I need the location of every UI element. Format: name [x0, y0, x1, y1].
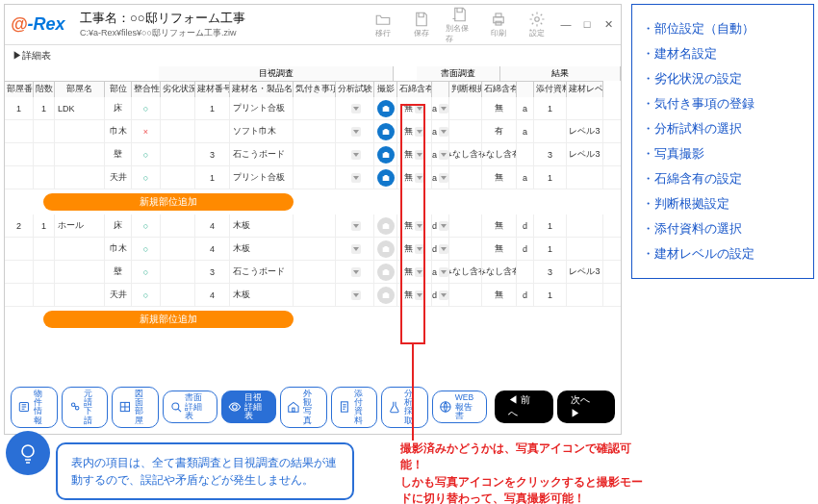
minimize-button[interactable]: —	[559, 18, 573, 31]
cell-analysis[interactable]	[336, 214, 374, 237]
cell-asb2[interactable]: みなし含有	[482, 143, 517, 165]
cell-doc[interactable]: 1	[534, 97, 567, 119]
cell-part[interactable]: 天井	[105, 166, 132, 189]
cell-room-no[interactable]: 2	[5, 214, 34, 237]
chevron-down-icon[interactable]	[351, 221, 361, 231]
cell-room-no[interactable]	[5, 261, 34, 283]
cell-doc[interactable]: 3	[534, 261, 567, 283]
chevron-down-icon[interactable]	[351, 244, 361, 254]
cell-asb2[interactable]: 無	[482, 238, 517, 260]
cell-doc[interactable]: 1	[534, 166, 567, 189]
cell-level[interactable]	[567, 166, 603, 189]
cell-doc[interactable]: 1	[534, 284, 567, 306]
cell-code1[interactable]: d	[432, 284, 449, 306]
cell-bno[interactable]: 3	[195, 143, 230, 165]
cell-note[interactable]	[294, 238, 336, 260]
chevron-down-icon[interactable]	[415, 127, 424, 137]
cell-room-no[interactable]	[5, 238, 34, 260]
chevron-down-icon[interactable]	[439, 221, 448, 231]
cell-photo[interactable]	[374, 261, 397, 283]
cell-asb1[interactable]: 無	[397, 238, 432, 260]
cell-asb2[interactable]: 無	[482, 166, 517, 189]
cell-code1[interactable]: d	[432, 238, 449, 260]
cell-photo[interactable]	[374, 284, 397, 306]
save-icon[interactable]: 保存	[407, 11, 436, 38]
cell-code2[interactable]: a	[517, 166, 534, 189]
nav-prev-button[interactable]: ◀ 前へ	[495, 391, 552, 423]
tab-gaikan[interactable]: 外観写真	[280, 387, 327, 428]
nav-next-button[interactable]: 次へ ▶	[557, 391, 615, 423]
cell-bname[interactable]: 木板	[230, 214, 294, 237]
print-icon[interactable]: 印刷	[484, 11, 513, 38]
camera-icon[interactable]	[377, 146, 395, 164]
tab-tenpu[interactable]: 添付資料	[331, 387, 378, 428]
cell-floor[interactable]	[34, 120, 55, 142]
cell-floor[interactable]	[34, 143, 55, 165]
cell-part[interactable]: 巾木	[105, 238, 132, 260]
tab-web[interactable]: WEB報告書	[432, 391, 487, 423]
cell-doc[interactable]: 1	[534, 238, 567, 260]
tab-shomen[interactable]: 書面詳細表	[163, 391, 217, 423]
cell-level[interactable]	[567, 238, 603, 260]
cell-photo[interactable]	[374, 97, 397, 119]
chevron-down-icon[interactable]	[439, 150, 448, 160]
cell-room-no[interactable]	[5, 120, 34, 142]
chevron-down-icon[interactable]	[351, 173, 361, 183]
cell-room-no[interactable]	[5, 143, 34, 165]
cell-room-no[interactable]: 1	[5, 97, 34, 119]
cell-photo[interactable]	[374, 214, 397, 237]
cell-note[interactable]	[294, 261, 336, 283]
cell-floor[interactable]	[34, 166, 55, 189]
cell-asb1[interactable]: 無	[397, 214, 432, 237]
chevron-down-icon[interactable]	[415, 150, 424, 160]
saveas-icon[interactable]: 別名保存	[446, 6, 474, 44]
cell-level[interactable]	[567, 284, 603, 306]
cell-doc[interactable]	[534, 120, 567, 142]
cell-doc[interactable]: 3	[534, 143, 567, 165]
cell-basis[interactable]	[449, 284, 482, 306]
camera-icon[interactable]	[377, 169, 395, 187]
tab-meshi[interactable]: 目視詳細表	[221, 391, 276, 423]
cell-bname[interactable]: 木板	[230, 238, 294, 260]
cell-degrade[interactable]	[161, 166, 195, 189]
cell-basis[interactable]	[449, 120, 482, 142]
cell-degrade[interactable]	[161, 97, 195, 119]
cell-asb2[interactable]: 有	[482, 120, 517, 142]
cell-photo[interactable]	[374, 120, 397, 142]
cell-bname[interactable]: 石こうボード	[230, 143, 294, 165]
cell-note[interactable]	[294, 284, 336, 306]
cell-level[interactable]	[567, 97, 603, 119]
cell-degrade[interactable]	[161, 284, 195, 306]
add-part-button[interactable]: 新規部位追加	[43, 193, 294, 211]
cell-room-no[interactable]	[5, 284, 34, 306]
cell-code1[interactable]: a	[432, 166, 449, 189]
chevron-down-icon[interactable]	[351, 104, 361, 113]
settings-icon[interactable]: 設定	[523, 11, 551, 38]
cell-asb1[interactable]: 無	[397, 97, 432, 119]
cell-basis[interactable]	[449, 97, 482, 119]
cell-note[interactable]	[294, 143, 336, 165]
chevron-down-icon[interactable]	[415, 267, 424, 277]
cell-bno[interactable]: 4	[195, 214, 230, 237]
cell-code1[interactable]: a	[432, 120, 449, 142]
chevron-down-icon[interactable]	[439, 244, 448, 254]
cell-room-name[interactable]: LDK	[55, 97, 105, 119]
cell-code2[interactable]: a	[517, 97, 534, 119]
chevron-down-icon[interactable]	[439, 173, 448, 183]
cell-basis[interactable]: みなし含有	[449, 261, 482, 283]
camera-icon[interactable]	[377, 123, 395, 140]
cell-floor[interactable]	[34, 238, 55, 260]
cell-asb2[interactable]: 無	[482, 97, 517, 119]
cell-floor[interactable]: 1	[34, 214, 55, 237]
cell-part[interactable]: 巾木	[105, 120, 132, 142]
cell-bname[interactable]: 木板	[230, 284, 294, 306]
tab-property[interactable]: 物件情報	[11, 387, 58, 428]
cell-basis[interactable]	[449, 214, 482, 237]
chevron-down-icon[interactable]	[415, 221, 424, 231]
chevron-down-icon[interactable]	[351, 150, 361, 160]
cell-room-name[interactable]	[55, 143, 105, 165]
cell-code1[interactable]: d	[432, 214, 449, 237]
cell-asb1[interactable]: 無	[397, 143, 432, 165]
cell-asb2[interactable]: 無	[482, 214, 517, 237]
cell-asb1[interactable]: 無	[397, 284, 432, 306]
